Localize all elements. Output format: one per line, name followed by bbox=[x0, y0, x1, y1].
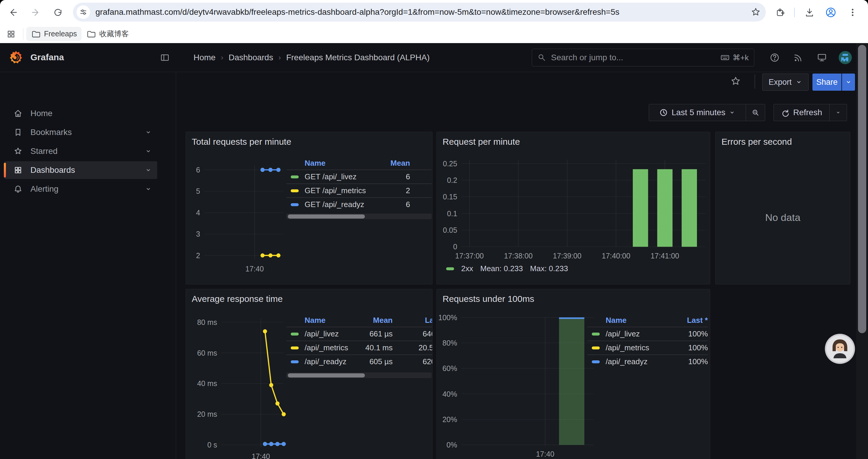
legend-row[interactable]: /api/_metrics 40.1 ms 20.5 ms bbox=[286, 340, 433, 355]
url-text[interactable]: grafana.mathmast.com/d/deytv4rwavabkb/fr… bbox=[95, 7, 748, 17]
downloads-button[interactable] bbox=[802, 5, 816, 20]
legend-col-name[interactable]: Name bbox=[286, 316, 356, 325]
zoom-out-button[interactable] bbox=[746, 104, 765, 121]
svg-text:20%: 20% bbox=[442, 415, 457, 424]
legend-col-name[interactable]: Name bbox=[286, 159, 377, 168]
reload-button[interactable] bbox=[51, 5, 65, 20]
grafana-logo[interactable] bbox=[8, 50, 24, 66]
star-dashboard-button[interactable] bbox=[730, 75, 742, 87]
legend-row[interactable]: GET /api/_livez 6 bbox=[286, 169, 432, 184]
bookmarks-divider bbox=[23, 28, 23, 40]
legend-table: Name Mean Last * /api/_livez 661 µs 646 … bbox=[286, 314, 433, 368]
panel-title[interactable]: Errors per second bbox=[721, 137, 792, 147]
legend-col-last[interactable]: Last * bbox=[666, 316, 708, 325]
bell-icon bbox=[13, 185, 23, 193]
svg-text:17:41:00: 17:41:00 bbox=[651, 252, 679, 260]
share-caret-button[interactable] bbox=[842, 73, 855, 91]
assistant-avatar-icon bbox=[826, 335, 854, 362]
legend-col-last[interactable]: Last * bbox=[393, 316, 433, 325]
sidebar-item-home[interactable]: Home bbox=[4, 104, 157, 122]
search-box[interactable]: ⌘+k bbox=[532, 49, 754, 66]
refresh-icon bbox=[781, 108, 790, 117]
legend-col-mean[interactable]: Mean bbox=[356, 316, 393, 325]
user-avatar[interactable] bbox=[838, 51, 852, 66]
legend-row[interactable]: GET /api/_readyz 6 bbox=[286, 197, 432, 211]
svg-text:20 ms: 20 ms bbox=[197, 410, 217, 418]
apps-grid-icon bbox=[6, 29, 16, 39]
address-bar[interactable]: grafana.mathmast.com/d/deytv4rwavabkb/fr… bbox=[73, 3, 766, 22]
floating-assistant-avatar[interactable] bbox=[826, 335, 854, 362]
bookmark-folder-blog[interactable]: 收藏博客 bbox=[82, 27, 133, 41]
legend-series[interactable]: 2xx bbox=[461, 264, 473, 273]
grafana-header: Grafana Home › Dashboards › Freeleaps Me… bbox=[0, 43, 868, 72]
panel-collapse-icon bbox=[160, 53, 170, 63]
forward-button[interactable] bbox=[28, 5, 42, 20]
svg-text:2: 2 bbox=[196, 251, 200, 260]
breadcrumb-home[interactable]: Home bbox=[193, 53, 216, 62]
breadcrumb-dashboards[interactable]: Dashboards bbox=[229, 53, 273, 62]
chevron-down-icon bbox=[845, 78, 852, 86]
svg-text:17:40: 17:40 bbox=[252, 452, 270, 459]
svg-text:80 ms: 80 ms bbox=[197, 318, 217, 326]
chevron-down-icon bbox=[145, 186, 152, 193]
legend-row[interactable]: /api/_metrics 100% bbox=[587, 340, 708, 355]
sidebar-item-dashboards[interactable]: Dashboards bbox=[4, 161, 157, 179]
series-swatch bbox=[291, 360, 299, 363]
chart-request-per-minute[interactable]: 0.250.20.150.10.05017:37:0017:38:0017:39… bbox=[437, 132, 710, 284]
legend-row[interactable]: GET /api/_metrics 2 bbox=[286, 184, 432, 197]
legend-row[interactable]: /api/_readyz 605 µs 620 µs bbox=[286, 355, 433, 368]
legend-hscrollbar[interactable] bbox=[286, 214, 432, 219]
search-input[interactable] bbox=[550, 53, 716, 63]
help-button[interactable] bbox=[769, 52, 780, 64]
chevron-down-icon bbox=[795, 78, 802, 86]
legend-row[interactable]: /api/_livez 661 µs 646 µs bbox=[286, 327, 433, 340]
brand-title[interactable]: Grafana bbox=[30, 52, 64, 62]
export-button[interactable]: Export bbox=[762, 73, 809, 91]
legend-row[interactable]: /api/_livez 100% bbox=[587, 327, 708, 340]
legend-hscrollbar[interactable] bbox=[286, 372, 432, 378]
forward-icon bbox=[30, 7, 41, 18]
bookmark-folder-freeleaps[interactable]: Freeleaps bbox=[26, 27, 82, 41]
legend-inline[interactable]: 2xx Mean: 0.233 Max: 0.233 bbox=[446, 264, 568, 273]
apps-grid-button[interactable] bbox=[3, 26, 19, 42]
scrollbar-thumb[interactable] bbox=[858, 45, 866, 333]
extensions-button[interactable] bbox=[773, 5, 787, 20]
legend-row[interactable]: /api/_readyz 100% bbox=[587, 355, 708, 368]
page-scrollbar[interactable] bbox=[856, 43, 868, 459]
display-button[interactable] bbox=[816, 52, 828, 64]
rss-icon bbox=[793, 52, 804, 63]
series-swatch bbox=[592, 333, 600, 335]
clock-icon bbox=[659, 108, 668, 117]
back-icon bbox=[8, 7, 19, 18]
news-button[interactable] bbox=[793, 52, 804, 64]
svg-text:17:37:00: 17:37:00 bbox=[455, 252, 484, 260]
bookmark-page-button[interactable] bbox=[748, 4, 764, 20]
legend-col-mean[interactable]: Mean bbox=[377, 159, 410, 168]
refresh-button[interactable]: Refresh bbox=[774, 104, 829, 121]
refresh-interval-caret[interactable] bbox=[830, 104, 847, 121]
svg-text:80%: 80% bbox=[442, 339, 457, 347]
share-button[interactable]: Share bbox=[812, 73, 841, 91]
svg-text:17:38:00: 17:38:00 bbox=[504, 252, 533, 260]
back-button[interactable] bbox=[6, 5, 20, 20]
series-swatch bbox=[446, 267, 454, 270]
sidebar-item-alerting[interactable]: Alerting bbox=[4, 180, 157, 198]
svg-text:0.25: 0.25 bbox=[443, 160, 457, 168]
browser-menu-button[interactable] bbox=[845, 5, 860, 20]
series-swatch bbox=[291, 189, 299, 192]
legend-table: Name Mean GET /api/_livez 6 GET /api/_me… bbox=[286, 157, 432, 211]
home-icon bbox=[13, 109, 23, 118]
scrollbar-thumb[interactable] bbox=[288, 215, 365, 219]
profile-button[interactable] bbox=[824, 5, 838, 20]
scrollbar-thumb[interactable] bbox=[288, 373, 365, 378]
legend-mean: Mean: 0.233 bbox=[480, 264, 523, 273]
star-icon bbox=[750, 7, 761, 18]
sidebar-item-bookmarks[interactable]: Bookmarks bbox=[4, 124, 157, 141]
legend-col-name[interactable]: Name bbox=[587, 316, 666, 325]
star-icon bbox=[730, 76, 741, 87]
site-info-button[interactable] bbox=[76, 5, 90, 19]
sidebar-collapse-button[interactable] bbox=[159, 52, 171, 64]
time-range-button[interactable]: Last 5 minutes bbox=[649, 104, 746, 121]
sidebar-item-starred[interactable]: Starred bbox=[4, 142, 157, 160]
search-shortcut-badge: ⌘+k bbox=[720, 53, 749, 62]
